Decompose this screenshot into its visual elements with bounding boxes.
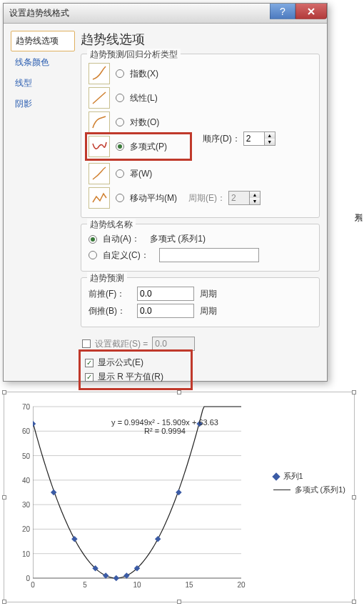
order-label: 顺序(D)：: [203, 133, 241, 145]
nav-pane: 趋势线选项 线条颜色 线型 阴影: [11, 31, 75, 374]
format-trendline-dialog: 设置趋势线格式 ? 趋势线选项 线条颜色 线型 阴影 趋势线选项 趋势预测/回归…: [3, 3, 328, 382]
logarithmic-icon: [89, 111, 110, 133]
chart-legend[interactable]: 系列1 多项式 (系列1): [273, 468, 346, 498]
label-linear: 线性(L): [130, 92, 158, 104]
svg-rect-12: [71, 536, 77, 542]
y-tick: 30: [22, 501, 30, 509]
resize-handle[interactable]: [2, 390, 6, 394]
linear-icon: [89, 87, 110, 109]
x-tick: 5: [83, 581, 87, 589]
spin-up-icon[interactable]: ▲: [265, 132, 275, 139]
content-heading: 趋势线选项: [81, 31, 320, 48]
resize-handle[interactable]: [352, 600, 356, 604]
type-group: 趋势预测/回归分析类型 指数(X) 线性(L) 对数(O): [81, 54, 320, 218]
radio-linear[interactable]: [116, 94, 124, 102]
label-moving-avg: 移动平均(M): [130, 192, 177, 204]
svg-rect-10: [33, 421, 36, 427]
order-input[interactable]: [243, 131, 265, 146]
equation-label[interactable]: y = 0.9949x² - 15.909x + 63.63 R² = 0.99…: [90, 418, 240, 435]
help-button[interactable]: ?: [270, 4, 295, 19]
y-tick: 0: [26, 575, 30, 582]
name-group: 趋势线名称 自动(A)： 多项式 (系列1) 自定义(C)：: [81, 224, 320, 272]
forward-unit: 周期: [200, 288, 217, 300]
legend-series: 系列1: [283, 471, 303, 482]
radio-power[interactable]: [116, 169, 124, 178]
line-icon: [273, 490, 290, 490]
resize-handle[interactable]: [177, 390, 181, 394]
type-row-power[interactable]: 幂(W): [89, 163, 312, 184]
radio-exponential[interactable]: [116, 69, 124, 78]
y-tick: 10: [22, 550, 30, 557]
type-row-linear[interactable]: 线性(L): [89, 87, 312, 109]
x-tick: 15: [185, 581, 193, 589]
forecast-group: 趋势预测 前推(F)： 周期 倒推(B)： 周期: [81, 277, 320, 327]
radio-custom-name[interactable]: [89, 251, 97, 259]
auto-name-value: 多项式 (系列1): [150, 233, 206, 245]
diamond-icon: [272, 472, 280, 480]
power-icon: [89, 163, 110, 184]
type-row-exponential[interactable]: 指数(X): [89, 63, 312, 84]
checkbox-show-equation[interactable]: [85, 359, 93, 367]
resize-handle[interactable]: [2, 600, 6, 604]
dialog-title: 设置趋势线格式: [9, 7, 69, 19]
backward-label: 倒推(B)：: [89, 305, 131, 317]
exponential-icon: [89, 63, 110, 84]
show-equation-row[interactable]: 显示公式(E): [85, 357, 186, 369]
resize-handle[interactable]: [352, 390, 356, 394]
nav-item-shadow[interactable]: 阴影: [11, 94, 75, 114]
polynomial-icon: [89, 136, 110, 157]
moving-avg-icon: [89, 187, 110, 209]
resize-handle[interactable]: [177, 600, 181, 604]
type-row-logarithmic[interactable]: 对数(O): [89, 111, 312, 133]
checkbox-show-r2[interactable]: [85, 373, 93, 382]
svg-rect-15: [113, 575, 119, 581]
y-tick: 40: [22, 476, 30, 484]
close-button[interactable]: [295, 4, 327, 19]
label-logarithmic: 对数(O): [130, 116, 159, 129]
y-tick: 50: [22, 452, 30, 460]
period-input: [228, 191, 250, 205]
radio-auto-name[interactable]: [89, 235, 97, 244]
intercept-input: [152, 337, 195, 351]
nav-item-options[interactable]: 趋势线选项: [11, 31, 75, 51]
checkbox-intercept[interactable]: [82, 339, 91, 348]
type-row-polynomial[interactable]: 多项式(P): [89, 136, 188, 157]
legend-trendline: 多项式 (系列1): [295, 485, 346, 495]
backward-unit: 周期: [200, 305, 217, 317]
forward-input[interactable]: [137, 287, 194, 301]
nav-item-line-style[interactable]: 线型: [11, 74, 75, 93]
plot-area[interactable]: y = 0.9949x² - 15.909x + 63.63 R² = 0.99…: [33, 404, 244, 591]
resize-handle[interactable]: [352, 495, 356, 500]
show-r2-row[interactable]: 显示 R 平方值(R): [85, 371, 186, 383]
custom-name-input[interactable]: [159, 248, 259, 262]
period-spinner: ▲▼: [228, 191, 261, 205]
type-row-moving-avg[interactable]: 移动平均(M) 周期(E)： ▲▼: [89, 187, 312, 209]
order-spinner[interactable]: ▲▼: [243, 131, 275, 146]
intercept-row[interactable]: 设置截距(S) =: [82, 337, 320, 351]
label-exponential: 指数(X): [130, 68, 158, 80]
label-show-r2: 显示 R 平方值(R): [98, 371, 163, 383]
label-polynomial: 多项式(P): [130, 141, 167, 153]
label-custom-name: 自定义(C)：: [103, 249, 149, 262]
label-auto-name: 自动(A)：: [103, 233, 140, 245]
y-tick: 20: [22, 525, 30, 533]
x-tick: 20: [237, 581, 245, 589]
forecast-group-legend: 趋势预测: [87, 272, 127, 284]
spin-down-icon[interactable]: ▼: [265, 139, 275, 145]
close-icon: [307, 7, 315, 16]
svg-rect-11: [51, 490, 56, 495]
nav-item-line-color[interactable]: 线条颜色: [11, 53, 75, 72]
radio-polynomial[interactable]: [116, 142, 124, 151]
chart-object[interactable]: y = 0.9949x² - 15.909x + 63.63 R² = 0.99…: [4, 392, 355, 602]
y-tick: 70: [22, 403, 30, 411]
radio-moving-avg[interactable]: [116, 194, 124, 202]
type-group-legend: 趋势预测/回归分析类型: [87, 49, 181, 61]
titlebar[interactable]: 设置趋势线格式 ?: [4, 4, 327, 24]
name-group-legend: 趋势线名称: [87, 219, 136, 231]
period-label: 周期(E)：: [188, 192, 226, 204]
resize-handle[interactable]: [2, 495, 6, 500]
radio-logarithmic[interactable]: [116, 118, 124, 126]
backward-input[interactable]: [137, 304, 194, 318]
svg-rect-19: [176, 490, 181, 495]
y-tick: 60: [22, 427, 30, 435]
